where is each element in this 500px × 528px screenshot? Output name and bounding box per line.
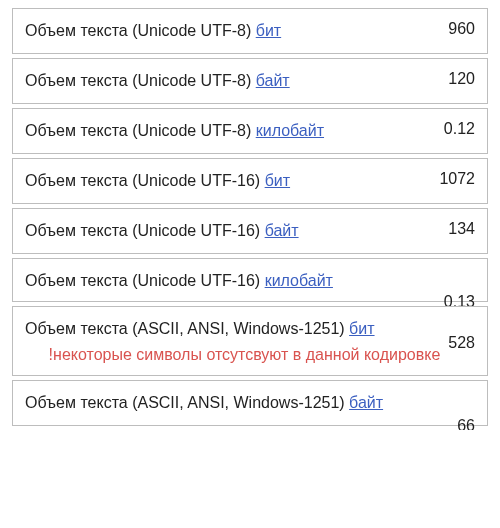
row-utf8-kb: Объем текста (Unicode UTF-8) килобайт 0.… <box>12 108 488 154</box>
unit-byte-link[interactable]: байт <box>349 394 383 411</box>
label-prefix: Объем текста (Unicode UTF-16) <box>25 222 265 239</box>
encoding-warning: !некоторые символы отсутсвуют в данной к… <box>25 343 440 367</box>
unit-bit-link[interactable]: бит <box>256 22 281 39</box>
value-utf8-byte: 120 <box>448 69 475 88</box>
label-prefix: Объем текста (Unicode UTF-8) <box>25 72 256 89</box>
unit-kb-link[interactable]: килобайт <box>265 272 333 289</box>
row-ascii-bit: Объем текста (ASCII, ANSI, Windows-1251)… <box>12 306 488 376</box>
label-prefix: Объем текста (Unicode UTF-16) <box>25 172 265 189</box>
label-prefix: Объем текста (Unicode UTF-8) <box>25 122 256 139</box>
row-label: Объем текста (Unicode UTF-16) бит <box>25 169 439 193</box>
unit-byte-link[interactable]: байт <box>256 72 290 89</box>
row-utf16-kb: Объем текста (Unicode UTF-16) килобайт 0… <box>12 258 488 302</box>
label-prefix: Объем текста (ASCII, ANSI, Windows-1251) <box>25 320 349 337</box>
unit-kb-link[interactable]: килобайт <box>256 122 324 139</box>
encoding-size-table: Объем текста (Unicode UTF-8) бит 960 Объ… <box>0 0 500 430</box>
value-utf8-kb: 0.12 <box>444 119 475 138</box>
row-label: Объем текста (Unicode UTF-8) бит <box>25 19 448 43</box>
row-label: Объем текста (Unicode UTF-8) килобайт <box>25 119 444 143</box>
label-prefix: Объем текста (Unicode UTF-8) <box>25 22 256 39</box>
value-utf8-bit: 960 <box>448 19 475 38</box>
row-utf8-bit: Объем текста (Unicode UTF-8) бит 960 <box>12 8 488 54</box>
value-ascii-bit: 528 <box>448 333 475 352</box>
label-prefix: Объем текста (ASCII, ANSI, Windows-1251) <box>25 394 349 411</box>
row-label: Объем текста (ASCII, ANSI, Windows-1251)… <box>25 391 475 415</box>
row-label: Объем текста (Unicode UTF-16) байт <box>25 219 448 243</box>
row-utf8-byte: Объем текста (Unicode UTF-8) байт 120 <box>12 58 488 104</box>
row-utf16-bit: Объем текста (Unicode UTF-16) бит 1072 <box>12 158 488 204</box>
unit-bit-link[interactable]: бит <box>265 172 290 189</box>
value-utf16-bit: 1072 <box>439 169 475 188</box>
unit-byte-link[interactable]: байт <box>265 222 299 239</box>
row-label: Объем текста (ASCII, ANSI, Windows-1251)… <box>25 317 448 367</box>
row-ascii-byte: Объем текста (ASCII, ANSI, Windows-1251)… <box>12 380 488 426</box>
value-utf16-byte: 134 <box>448 219 475 238</box>
value-ascii-byte: 66 <box>457 416 475 430</box>
row-label: Объем текста (Unicode UTF-8) байт <box>25 69 448 93</box>
row-label: Объем текста (Unicode UTF-16) килобайт <box>25 269 475 293</box>
label-prefix: Объем текста (Unicode UTF-16) <box>25 272 265 289</box>
row-utf16-byte: Объем текста (Unicode UTF-16) байт 134 <box>12 208 488 254</box>
unit-bit-link[interactable]: бит <box>349 320 374 337</box>
